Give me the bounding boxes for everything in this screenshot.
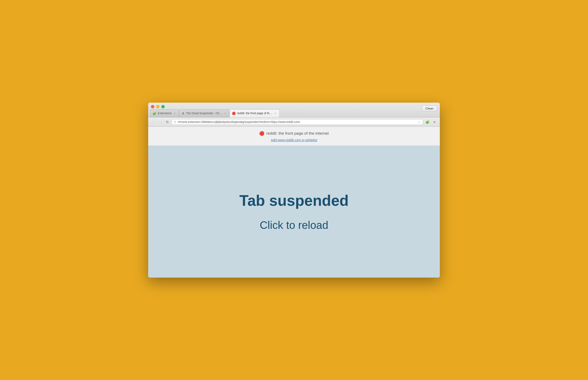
- toolbar-right: 🧩 ≡: [424, 119, 437, 125]
- page-icon: 🗋: [174, 121, 176, 123]
- page-content[interactable]: Tab suspended Click to reload: [148, 146, 440, 278]
- reload-button[interactable]: ↻: [165, 119, 170, 125]
- reddit-icon: 🔴: [259, 131, 264, 136]
- address-bar[interactable]: 🗋 chrome-extension://klbibkeccnjlkjkiokj…: [172, 119, 423, 125]
- title-bar: Clean 🧩 Extensions × ⏸ The Great Suspend…: [148, 103, 440, 117]
- tab-reddit-label: reddit: the front page of th…: [237, 112, 272, 115]
- traffic-lights: [151, 105, 165, 108]
- page-header: 🔴 reddit: the front page of the internet…: [148, 127, 440, 146]
- url-text: chrome-extension://klbibkeccnjlkjkiokjod…: [178, 120, 416, 124]
- menu-button[interactable]: ≡: [431, 119, 437, 125]
- minimize-button[interactable]: [156, 105, 159, 108]
- tab-great-suspender-label: The Great Suspender - Ch…: [186, 112, 222, 115]
- clean-button[interactable]: Clean: [422, 105, 437, 111]
- forward-button[interactable]: →: [157, 119, 163, 125]
- page-site-name: reddit: the front page of the internet: [266, 131, 329, 136]
- tab-great-suspender-close[interactable]: ×: [224, 112, 227, 115]
- great-suspender-icon: ⏸: [182, 112, 185, 115]
- traffic-lights-row: Clean: [148, 103, 440, 108]
- address-bar-row: ← → ↻ 🗋 chrome-extension://klbibkeccnjlk…: [148, 117, 440, 127]
- close-button[interactable]: [151, 105, 154, 108]
- bookmark-icon[interactable]: ☆: [418, 120, 421, 124]
- click-to-reload-text[interactable]: Click to reload: [260, 219, 328, 231]
- tab-extensions-label: Extensions: [158, 112, 172, 115]
- maximize-button[interactable]: [161, 105, 165, 108]
- extensions-button[interactable]: 🧩: [424, 119, 431, 125]
- tab-suspended-heading[interactable]: Tab suspended: [240, 192, 349, 209]
- tabs-row: 🧩 Extensions × ⏸ The Great Suspender - C…: [148, 109, 440, 117]
- tab-reddit[interactable]: 🔴 reddit: the front page of th… ×: [229, 109, 279, 117]
- tab-extensions[interactable]: 🧩 Extensions ×: [150, 109, 179, 117]
- browser-window: Clean 🧩 Extensions × ⏸ The Great Suspend…: [148, 103, 440, 278]
- page-title-row: 🔴 reddit: the front page of the internet: [153, 131, 435, 136]
- tab-great-suspender[interactable]: ⏸ The Great Suspender - Ch… ×: [179, 109, 229, 117]
- extensions-icon: 🧩: [153, 112, 156, 115]
- back-button[interactable]: ←: [151, 119, 156, 125]
- whitelist-link[interactable]: Add www.reddit.com to whitelist: [271, 138, 317, 142]
- reddit-tab-icon: 🔴: [232, 112, 236, 115]
- tab-extensions-close[interactable]: ×: [173, 112, 176, 115]
- tab-reddit-close[interactable]: ×: [274, 112, 277, 115]
